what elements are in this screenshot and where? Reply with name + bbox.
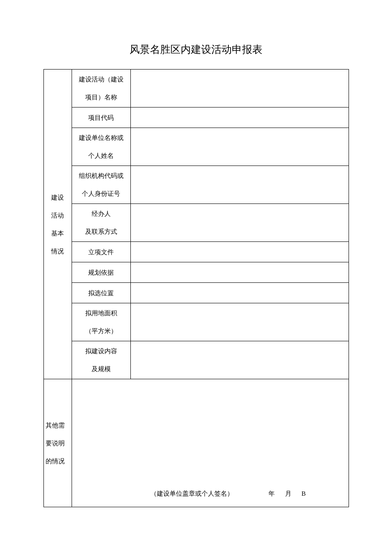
label-activity-name: 建设活动（建设 项目）名称: [72, 70, 130, 108]
section-other-info-label: 其他需 要说明 的情况: [43, 379, 72, 507]
value-approval-doc[interactable]: [130, 242, 349, 262]
label-content-scale: 拟建设内容 及规模: [72, 341, 130, 379]
day-label: B: [301, 490, 306, 497]
label-unit-name: 建设单位名称或 个人姓名: [72, 128, 130, 166]
value-contact[interactable]: [130, 204, 349, 242]
label-approval-doc: 立项文件: [72, 242, 130, 262]
label-land-area: 拟用地面积 （平方米）: [72, 303, 130, 341]
label-planning-basis: 规划依据: [72, 262, 130, 283]
value-location[interactable]: [130, 283, 349, 303]
other-info-area[interactable]: （建设单位盖章或个人签名） 年 月 B: [72, 379, 349, 507]
label-project-code: 项目代码: [72, 108, 130, 128]
value-org-code[interactable]: [130, 166, 349, 204]
page-title: 风景名胜区内建设活动申报表: [0, 0, 392, 69]
date-field: 年 月 B: [265, 485, 340, 503]
label-contact: 经办人 及联系方式: [72, 204, 130, 242]
value-content-scale[interactable]: [130, 341, 349, 379]
section-basic-info-label: 建设 活动 基本 情况: [43, 70, 72, 379]
month-label: 月: [285, 490, 292, 497]
year-label: 年: [268, 490, 276, 497]
value-unit-name[interactable]: [130, 128, 349, 166]
label-org-code: 组织机构代码或 个人身份证号: [72, 166, 130, 204]
value-planning-basis[interactable]: [130, 262, 349, 283]
value-activity-name[interactable]: [130, 70, 349, 108]
application-form-table: 建设 活动 基本 情况 建设活动（建设 项目）名称 项目代码 建设单位名称或 个…: [43, 69, 349, 507]
value-project-code[interactable]: [130, 108, 349, 128]
value-land-area[interactable]: [130, 303, 349, 341]
label-location: 拟选位置: [72, 283, 130, 303]
seal-signature-label: （建设单位盖章或个人签名）: [150, 485, 233, 503]
